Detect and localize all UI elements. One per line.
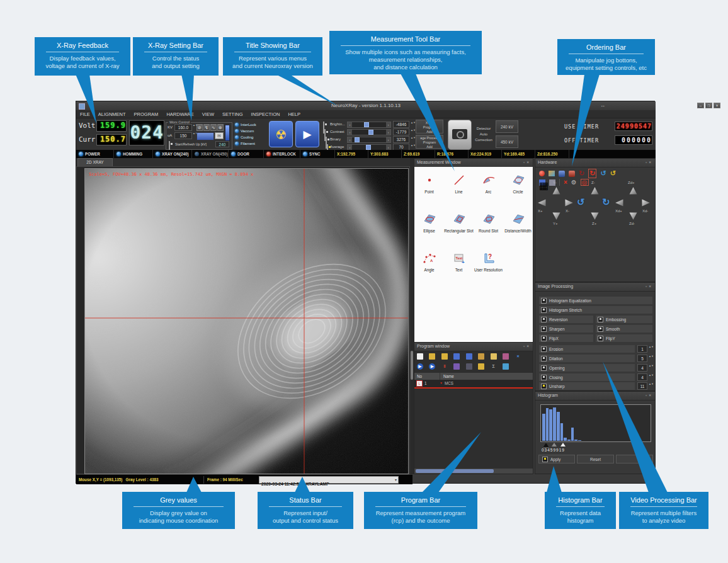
callout-ordering-bar: Ordering Bar Manipulate jog bottons, equ… [557,39,655,75]
callout-histogram-bar: Histogram Bar Represent data histogram [545,492,616,529]
callout-title-showing-bar: Title Showing Bar Represent various menu… [223,37,322,76]
callout-tails [0,0,728,563]
callout-video-processing-bar: Video Processing Bar Represent multiple … [619,492,708,529]
callout-measurement-tool-bar: Measurement Tool Bar Show multiple icons… [329,31,482,74]
callout-grey-values: Grey values Display grey value on indica… [122,492,235,529]
callout-xray-feedback: X-Ray Feedback Display feedback values, … [35,37,130,76]
callout-status-bar: Status Bar Represent input/ output and c… [258,492,353,529]
callout-program-bar: Program Bar Represent measurement progra… [364,492,477,529]
annotated-screenshot: X-Ray Feedback Display feedback values, … [0,0,728,563]
callout-title: X-Ray Feedback [37,41,128,50]
callout-xray-setting-bar: X-Ray Setting Bar Control the status and… [133,37,219,76]
